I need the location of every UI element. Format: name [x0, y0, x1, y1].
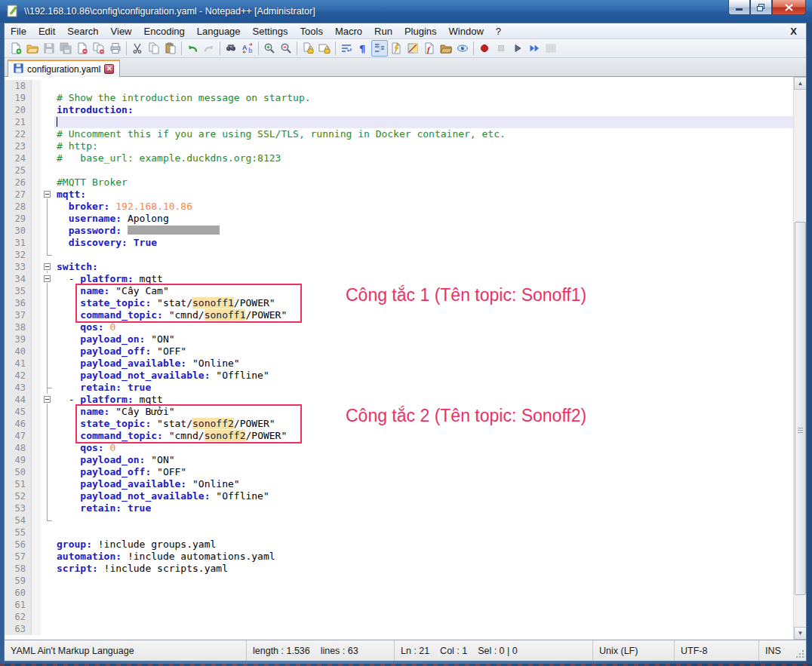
editor-area[interactable]: 1819# Show the introduction message on s… [5, 77, 806, 640]
code-line[interactable]: 28 broker: 192.168.10.86 [5, 201, 793, 213]
code-text[interactable]: script: !include scripts.yaml [54, 563, 793, 575]
save-all-icon[interactable] [57, 40, 74, 57]
menu-item-settings[interactable]: Settings [247, 24, 294, 38]
bookmark-margin[interactable] [32, 442, 41, 454]
code-text[interactable] [54, 526, 793, 539]
code-line[interactable]: 22# Uncomment this if you are using SSL/… [5, 128, 793, 140]
code-line[interactable]: 52 payload_not_available: "Offline" [5, 490, 793, 502]
bookmark-margin[interactable] [32, 454, 41, 466]
code-text[interactable]: introduction: [54, 104, 793, 116]
code-line[interactable]: 30 password: [5, 225, 793, 237]
word-wrap-icon[interactable] [338, 40, 355, 57]
tab-configuration-yaml[interactable]: configuration.yaml ✕ [8, 60, 120, 77]
bookmark-margin[interactable] [32, 406, 41, 418]
bookmark-margin[interactable] [32, 358, 41, 370]
close-button[interactable] [772, 0, 806, 15]
code-text[interactable]: broker: 192.168.10.86 [54, 201, 793, 213]
menu-item-tools[interactable]: Tools [294, 24, 329, 38]
bookmark-margin[interactable] [32, 466, 41, 478]
code-text[interactable]: group: !include groups.yaml [54, 539, 793, 551]
bookmark-margin[interactable] [32, 201, 41, 213]
code-text[interactable]: # Show the introduction message on start… [54, 92, 793, 104]
code-text[interactable]: payload_on: "ON" [54, 454, 793, 466]
code-line[interactable]: 51 payload_available: "Online" [5, 478, 793, 490]
code-line[interactable]: 33switch: [5, 261, 793, 273]
bookmark-margin[interactable] [32, 394, 41, 406]
scroll-down-arrow-icon[interactable]: ▼ [794, 627, 806, 640]
code-line[interactable]: 29 username: Apolong [5, 213, 793, 225]
code-text[interactable]: payload_off: "OFF" [54, 466, 793, 478]
code-line[interactable]: 56group: !include groups.yaml [5, 539, 793, 551]
bookmark-margin[interactable] [32, 539, 41, 551]
code-text[interactable]: mqtt: [54, 189, 793, 201]
code-line[interactable]: 40 payload_off: "OFF" [5, 345, 793, 358]
undo-icon[interactable] [184, 40, 201, 57]
menu-item-macro[interactable]: Macro [329, 24, 368, 38]
zoom-in-icon[interactable] [261, 40, 278, 57]
code-text[interactable]: retain: true [54, 382, 793, 394]
bookmark-margin[interactable] [32, 297, 41, 309]
code-text[interactable] [54, 611, 793, 623]
code-text[interactable]: switch: [54, 261, 793, 273]
code-text[interactable]: # http: [54, 140, 793, 152]
menu-item-edit[interactable]: Edit [32, 24, 61, 38]
macro-save-icon[interactable] [543, 40, 559, 57]
tab-close-icon[interactable]: ✕ [104, 64, 114, 74]
paste-icon[interactable] [162, 40, 179, 57]
bookmark-margin[interactable] [32, 104, 41, 116]
bookmark-margin[interactable] [32, 237, 41, 249]
code-line[interactable]: 43 retain: true [5, 382, 793, 394]
folder-workspace-icon[interactable] [438, 40, 454, 57]
macro-stop-icon[interactable] [493, 40, 509, 57]
code-text[interactable]: payload_not_available: "Offline" [54, 490, 793, 502]
bookmark-margin[interactable] [32, 599, 41, 611]
code-text[interactable]: # base_url: example.duckdns.org:8123 [54, 152, 793, 164]
code-text[interactable]: payload_available: "Online" [54, 478, 793, 490]
close-all-icon[interactable] [91, 40, 107, 57]
menu-item-language[interactable]: Language [191, 24, 247, 38]
macro-play-icon[interactable] [509, 40, 526, 57]
user-dialog-icon[interactable] [388, 40, 404, 57]
bookmark-margin[interactable] [32, 382, 41, 394]
menu-item-view[interactable]: View [105, 24, 138, 38]
bookmark-margin[interactable] [32, 587, 41, 599]
scroll-up-arrow-icon[interactable]: ▲ [794, 77, 806, 90]
menu-item-help[interactable]: ? [490, 24, 507, 38]
bookmark-margin[interactable] [32, 345, 41, 358]
bookmark-margin[interactable] [32, 285, 41, 297]
code-text[interactable] [54, 164, 793, 176]
bookmark-margin[interactable] [32, 225, 41, 237]
indent-guide-icon[interactable] [371, 40, 388, 57]
code-text[interactable] [54, 249, 793, 261]
code-line[interactable]: 62 [5, 611, 793, 623]
function-list-icon[interactable]: f [421, 40, 438, 57]
code-text[interactable]: discovery: True [54, 237, 793, 249]
bookmark-margin[interactable] [32, 140, 41, 152]
code-text[interactable] [54, 575, 793, 587]
menu-item-search[interactable]: Search [61, 24, 104, 38]
code-line[interactable]: 41 payload_available: "Online" [5, 358, 793, 370]
find-icon[interactable] [223, 40, 239, 57]
fold-collapse-icon[interactable] [41, 261, 54, 273]
code-line[interactable]: 25 [5, 164, 793, 176]
bookmark-margin[interactable] [32, 249, 41, 261]
show-all-characters-icon[interactable]: ¶ [355, 40, 371, 57]
new-file-icon[interactable] [8, 40, 24, 57]
redo-icon[interactable] [201, 40, 217, 57]
code-text[interactable] [54, 80, 793, 92]
menu-item-file[interactable]: File [5, 24, 32, 38]
bookmark-margin[interactable] [32, 575, 41, 587]
bookmark-margin[interactable] [32, 92, 41, 104]
bookmark-margin[interactable] [32, 478, 41, 490]
code-text[interactable]: payload_off: "OFF" [54, 345, 793, 358]
fold-collapse-icon[interactable] [41, 394, 54, 406]
code-text[interactable]: # Uncomment this if you are using SSL/TL… [54, 128, 793, 140]
bookmark-margin[interactable] [32, 502, 41, 514]
scrollbar-thumb[interactable] [795, 222, 806, 595]
resize-grip[interactable] [794, 640, 806, 661]
code-text[interactable]: payload_on: "ON" [54, 333, 793, 345]
document-close-icon[interactable]: X [781, 26, 806, 37]
open-file-icon[interactable] [24, 40, 41, 57]
print-icon[interactable] [107, 40, 124, 57]
code-text[interactable] [54, 599, 793, 611]
